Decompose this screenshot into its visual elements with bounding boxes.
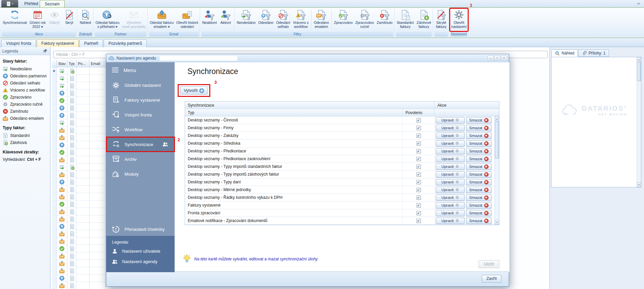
ribbon-button-odeslat-fakturu-emailem[interactable]: Odeslat fakturu emailem ▾ [148,8,175,31]
table-row[interactable] [52,208,106,215]
enabled-checkbox[interactable]: ✔ [417,211,421,215]
menu-item-workflow[interactable]: Workflow [106,122,175,137]
pin-icon[interactable] [43,48,48,53]
ribbon-button-aktivni[interactable]: Aktivní [218,8,233,31]
ribbon-button-otevrit-historii-odeslani[interactable]: Otevřít historii odeslání [175,8,200,31]
table-row[interactable] [52,75,106,82]
row-selector[interactable] [52,112,57,119]
ribbon-button-odeslani-selhalo[interactable]: Odeslání selhalo [275,8,292,31]
delete-sync-button[interactable]: Smazat✖ [466,148,492,154]
preview-scrollbar[interactable]: ▲ ▼ [637,57,641,187]
row-selector[interactable] [52,230,57,238]
ribbon-button-vraceno-z-workflow[interactable]: Vráceno z workflow [292,8,310,31]
row-selector[interactable] [52,275,57,282]
delete-sync-button[interactable]: Smazat✖ [466,171,492,178]
row-selector[interactable] [52,186,57,193]
ribbon-button-neodeslano[interactable]: Neodesláno [236,8,257,31]
ribbon-button-zalohove-faktury[interactable]: Zálohové faktury [415,8,432,31]
enabled-checkbox[interactable]: ✔ [417,157,421,161]
create-sync-button[interactable]: Vytvořit [180,86,208,95]
edit-sync-button[interactable]: Upravit⚙ [436,187,465,193]
app-menu-tab[interactable]: ▾ [1,0,18,7]
table-row[interactable] [52,267,106,275]
edit-sync-button[interactable]: Upravit⚙ [436,218,465,224]
edit-sync-button[interactable]: Upravit⚙ [436,171,465,178]
ribbon-button-otevrit-nastaveni[interactable]: Otevřít nastavení1 [450,8,468,31]
window-tab-seznam[interactable]: Seznam [40,0,65,7]
edit-sync-button[interactable]: Upravit⚙ [436,156,465,162]
edit-sync-button[interactable]: Upravit⚙ [436,202,465,209]
window-tab-prehled[interactable]: Přehled [20,0,43,7]
minimize-button[interactable]: – [488,56,494,61]
tab-faktury-vystavene[interactable]: Faktury vystavené [37,39,79,47]
row-selector[interactable] [52,141,57,149]
scroll-thumb[interactable] [637,62,641,81]
row-selector[interactable] [52,127,57,134]
menu-item-vstupni-fronta[interactable]: Vstupní fronta [106,107,175,122]
ribbon-button-nahled[interactable]: Náhled [78,8,93,31]
table-row[interactable] [52,245,106,252]
row-selector[interactable] [52,238,57,245]
table-row[interactable] [52,223,106,230]
ribbon-button-odeslano-emailem[interactable]: Odesláno emailem [313,8,330,31]
enabled-checkbox[interactable]: ✔ [417,203,421,208]
ribbon-button-neaktivni[interactable]: Neaktivní [201,8,218,31]
row-selector[interactable] [52,260,57,267]
delete-sync-button[interactable]: Smazat✖ [466,140,492,147]
row-selector[interactable] [52,178,57,186]
column-header-typ[interactable]: Typ [67,60,77,67]
group-header-synchronizace[interactable]: Synchronizace [185,102,435,109]
preview-tab-prilohy-1[interactable]: Přílohy: 1 [578,49,609,57]
delete-sync-button[interactable]: Smazat✖ [466,117,492,123]
enabled-checkbox[interactable]: ✔ [417,188,421,192]
scroll-thumb[interactable] [495,121,499,158]
table-row[interactable] [52,193,106,201]
row-selector[interactable] [52,104,57,112]
row-selector[interactable] [52,245,57,252]
enabled-checkbox[interactable]: ✔ [417,172,421,177]
ribbon-button-synchronizovat[interactable]: Synchronizovat [1,8,28,31]
scroll-up-icon[interactable]: ▲ [495,116,499,121]
tab-partneri[interactable]: Partneři [79,39,103,47]
ribbon-button-skryt[interactable]: Skrýt [62,8,77,31]
table-row[interactable]: ▶ [52,67,106,75]
enabled-checkbox[interactable]: ✔ [417,219,421,223]
scroll-up-icon[interactable]: ▲ [637,57,641,62]
collapse-ribbon-button[interactable] [636,1,641,6]
menu-item-prenastavit-ciselniky[interactable]: Přenastavit číselníky [106,222,175,237]
table-row[interactable] [52,89,106,97]
table-row[interactable] [52,275,106,282]
delete-sync-button[interactable]: Smazat✖ [466,210,492,216]
group-header-akce[interactable]: Akce [435,102,499,109]
delete-sync-button[interactable]: Smazat✖ [466,164,492,170]
delete-sync-button[interactable]: Smazat✖ [466,125,492,131]
delete-sync-button[interactable]: Smazat✖ [466,187,492,193]
table-row[interactable] [52,104,106,112]
column-header-po[interactable]: Po... [77,60,90,67]
table-row[interactable] [52,156,106,164]
table-row[interactable] [52,201,106,208]
ribbon-button-ucetni-rok-2022[interactable]: Účetní rok 2022 ▾ [28,8,47,31]
table-row[interactable] [52,127,106,134]
row-selector[interactable] [52,134,57,141]
enabled-checkbox[interactable]: ✔ [417,149,421,153]
column-header-email[interactable]: Email [90,60,106,67]
menu-item-globalni-nastaveni[interactable]: Globální nastavení [106,78,175,93]
tab-pozvanky-partneru[interactable]: Pozvánky partnerů [104,39,147,47]
enabled-checkbox[interactable]: ✔ [417,195,421,200]
edit-sync-button[interactable]: Upravit⚙ [436,210,465,216]
table-row[interactable] [52,230,106,238]
table-row[interactable] [52,215,106,223]
edit-sync-button[interactable]: Upravit⚙ [436,164,465,170]
table-row[interactable] [52,119,106,127]
enabled-checkbox[interactable]: ✔ [417,165,421,169]
row-selector[interactable] [52,208,57,215]
tab-vstupni-fronta[interactable]: Vstupní fronta [1,39,36,47]
row-selector[interactable] [52,201,57,208]
ribbon-button-odeslat-fakturu-s-prilohami[interactable]: Odeslat fakturu s přílohami ▾ [94,8,121,31]
row-selector[interactable] [52,97,57,104]
menu-item-moduly[interactable]: Moduly [106,167,175,181]
table-row[interactable] [52,164,106,171]
column-header-povoleno[interactable]: Povoleno [403,109,435,116]
column-header-typ[interactable]: Typ [185,109,403,116]
